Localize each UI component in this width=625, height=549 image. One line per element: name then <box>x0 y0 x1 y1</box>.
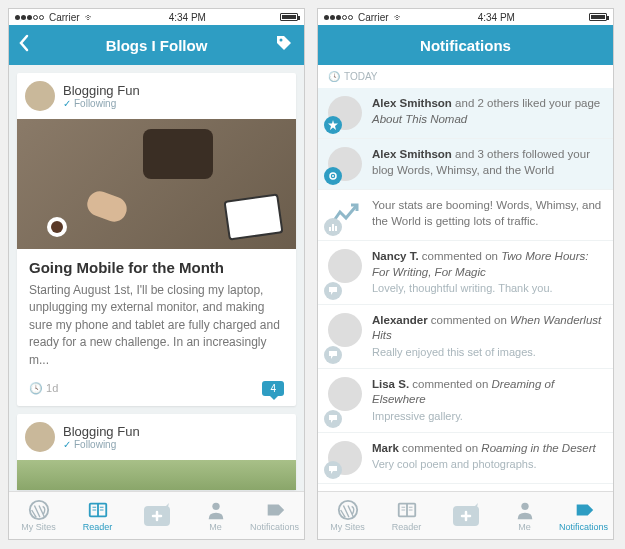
tab-my-sites[interactable]: My Sites <box>9 492 68 539</box>
post-header[interactable]: Blogging Fun ✓Following <box>17 414 296 460</box>
star-icon <box>324 116 342 134</box>
wordpress-icon <box>337 499 359 521</box>
svg-rect-14 <box>335 226 337 231</box>
compose-icon <box>451 503 481 529</box>
svg-point-9 <box>212 503 219 510</box>
battery-icon <box>280 13 298 21</box>
nav-bar: Notifications <box>318 25 613 65</box>
notification-text: Alex Smithson and 2 others liked your pa… <box>372 96 603 130</box>
tab-new-post[interactable] <box>127 492 186 539</box>
post-time: 🕓 1d <box>29 382 58 395</box>
reader-icon <box>87 499 109 521</box>
notification-row[interactable]: Lisa S. commented on Dreaming of Elsewhe… <box>318 369 613 433</box>
status-bar: Carrier ᯤ 4:34 PM <box>9 9 304 25</box>
notification-icon <box>264 499 286 521</box>
person-icon <box>514 499 536 521</box>
post-excerpt: Starting August 1st, I'll be closing my … <box>29 282 284 369</box>
avatar[interactable] <box>328 313 362 347</box>
blog-name[interactable]: Blogging Fun <box>63 83 140 98</box>
post-header[interactable]: Blogging Fun ✓Following <box>17 73 296 119</box>
signal-indicator: Carrier ᯤ <box>324 12 404 23</box>
reader-content[interactable]: Blogging Fun ✓Following Going Mobile for… <box>9 65 304 491</box>
tag-icon[interactable] <box>274 33 294 57</box>
person-icon <box>205 499 227 521</box>
status-time: 4:34 PM <box>169 12 206 23</box>
comment-icon <box>324 410 342 428</box>
svg-point-23 <box>521 503 528 510</box>
svg-point-11 <box>332 175 334 177</box>
tab-new-post[interactable] <box>436 492 495 539</box>
back-button[interactable] <box>17 34 31 56</box>
notification-row[interactable]: Alex Smithson and 2 others liked your pa… <box>318 88 613 139</box>
nav-bar: Blogs I Follow <box>9 25 304 65</box>
tab-me[interactable]: Me <box>495 492 554 539</box>
blog-avatar[interactable] <box>25 422 55 452</box>
tab-bar: My Sites Reader Me Notifications <box>318 491 613 539</box>
post-featured-image[interactable] <box>17 460 296 490</box>
compose-icon <box>142 503 172 529</box>
notification-icon <box>573 499 595 521</box>
signal-indicator: Carrier ᯤ <box>15 12 95 23</box>
notification-row[interactable]: Alex Smithson and 3 others followed your… <box>318 139 613 190</box>
tab-my-sites[interactable]: My Sites <box>318 492 377 539</box>
svg-point-0 <box>280 39 283 42</box>
notifications-list[interactable]: 🕓 TODAY Alex Smithson and 2 others liked… <box>318 65 613 491</box>
comment-icon <box>324 282 342 300</box>
tab-reader[interactable]: Reader <box>377 492 436 539</box>
follow-icon <box>324 167 342 185</box>
section-header: 🕓 TODAY <box>318 65 613 88</box>
reader-icon <box>396 499 418 521</box>
status-time: 4:34 PM <box>478 12 515 23</box>
status-bar: Carrier ᯤ 4:34 PM <box>318 9 613 25</box>
tab-notifications[interactable]: Notifications <box>554 492 613 539</box>
post-title[interactable]: Going Mobile for the Month <box>29 259 284 276</box>
tab-bar: My Sites Reader Me Notifications <box>9 491 304 539</box>
comment-icon <box>324 461 342 479</box>
notification-text: Nancy T. commented on Two More Hours: Fo… <box>372 249 603 296</box>
follow-status[interactable]: ✓Following <box>63 98 140 109</box>
blog-avatar[interactable] <box>25 81 55 111</box>
page-title: Notifications <box>420 37 511 54</box>
tab-reader[interactable]: Reader <box>68 492 127 539</box>
wifi-icon: ᯤ <box>85 12 95 23</box>
page-title: Blogs I Follow <box>106 37 208 54</box>
battery-icon <box>589 13 607 21</box>
notification-row[interactable]: Your stats are booming! Words, Whimsy, a… <box>318 190 613 241</box>
tab-notifications[interactable]: Notifications <box>245 492 304 539</box>
blog-name[interactable]: Blogging Fun <box>63 424 140 439</box>
wifi-icon: ᯤ <box>394 12 404 23</box>
post-featured-image[interactable] <box>17 119 296 249</box>
post-card[interactable]: Blogging Fun ✓Following <box>17 414 296 490</box>
phone-reader: Carrier ᯤ 4:34 PM Blogs I Follow Bloggin… <box>8 8 305 540</box>
follow-status[interactable]: ✓Following <box>63 439 140 450</box>
phone-notifications: Carrier ᯤ 4:34 PM Notifications 🕓 TODAY … <box>317 8 614 540</box>
avatar[interactable] <box>328 249 362 283</box>
notification-text: Your stats are booming! Words, Whimsy, a… <box>372 198 603 232</box>
notification-text: Alexander commented on When Wanderlust H… <box>372 313 603 360</box>
post-card[interactable]: Blogging Fun ✓Following Going Mobile for… <box>17 73 296 406</box>
svg-rect-13 <box>332 224 334 231</box>
notification-row[interactable]: Nancy T. commented on Two More Hours: Fo… <box>318 241 613 305</box>
tab-me[interactable]: Me <box>186 492 245 539</box>
avatar[interactable] <box>328 377 362 411</box>
notification-text: Alex Smithson and 3 others followed your… <box>372 147 603 181</box>
comment-count-button[interactable]: 4 <box>262 381 284 396</box>
notification-row[interactable]: Mark commented on Roaming in the DesertV… <box>318 433 613 484</box>
svg-rect-12 <box>329 227 331 231</box>
notification-row[interactable]: Alexander commented on When Wanderlust H… <box>318 305 613 369</box>
notification-text: Lisa S. commented on Dreaming of Elsewhe… <box>372 377 603 424</box>
comment-icon <box>324 346 342 364</box>
bars-icon <box>324 218 342 236</box>
notification-text: Mark commented on Roaming in the DesertV… <box>372 441 596 475</box>
wordpress-icon <box>28 499 50 521</box>
